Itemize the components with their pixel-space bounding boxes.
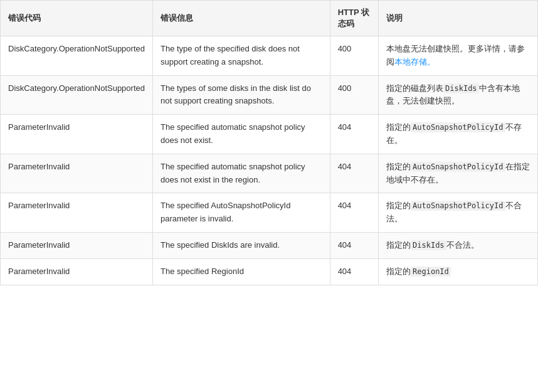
error-code-cell: DiskCategory.OperationNotSupported — [1, 36, 153, 76]
description-link[interactable]: 本地存储。 — [394, 57, 435, 66]
error-code-cell: DiskCategory.OperationNotSupported — [1, 75, 153, 115]
http-status-cell: 404 — [330, 258, 378, 285]
header-description: 说明 — [379, 1, 538, 36]
error-message-cell: The specified RegionId — [153, 258, 330, 285]
table-row: ParameterInvalidThe specified automatic … — [1, 154, 538, 193]
table-row: DiskCategory.OperationNotSupportedThe ty… — [1, 36, 538, 76]
description-cell: 指定的RegionId — [379, 258, 538, 285]
error-message-cell: The specified automatic snapshot policy … — [153, 154, 330, 193]
code-inline: DiskIds — [411, 240, 446, 250]
table-row: ParameterInvalidThe specified RegionId40… — [1, 258, 538, 285]
description-cell: 本地盘无法创建快照。更多详情，请参阅本地存储。 — [379, 36, 538, 76]
code-inline: AutoSnapshotPolicyId — [411, 162, 505, 172]
code-inline: AutoSnapshotPolicyId — [411, 122, 505, 132]
error-message-cell: The specified AutoSnapshotPolicyId param… — [153, 193, 330, 233]
http-status-cell: 400 — [330, 75, 378, 115]
http-status-cell: 404 — [330, 193, 378, 233]
error-message-cell: The specified automatic snapshot policy … — [153, 115, 330, 154]
error-table: 错误代码 错误信息 HTTP 状态码 说明 DiskCategory.Opera… — [0, 0, 538, 285]
http-status-cell: 400 — [330, 36, 378, 76]
header-error-code: 错误代码 — [1, 1, 153, 36]
table-row: ParameterInvalidThe specified automatic … — [1, 115, 538, 154]
table-row: DiskCategory.OperationNotSupportedThe ty… — [1, 75, 538, 115]
error-message-cell: The types of some disks in the disk list… — [153, 75, 330, 115]
error-code-cell: ParameterInvalid — [1, 193, 153, 233]
table-row: ParameterInvalidThe specified DiskIds ar… — [1, 232, 538, 258]
code-inline: AutoSnapshotPolicyId — [411, 201, 505, 211]
error-code-cell: ParameterInvalid — [1, 258, 153, 285]
error-code-cell: ParameterInvalid — [1, 115, 153, 154]
http-status-cell: 404 — [330, 115, 378, 154]
description-cell: 指定的AutoSnapshotPolicyId不合法。 — [379, 193, 538, 233]
description-cell: 指定的磁盘列表DiskIds中含有本地盘，无法创建快照。 — [379, 75, 538, 115]
http-status-cell: 404 — [330, 232, 378, 258]
header-error-message: 错误信息 — [153, 1, 330, 36]
description-cell: 指定的DiskIds不合法。 — [379, 232, 538, 258]
error-code-cell: ParameterInvalid — [1, 154, 153, 193]
code-inline: RegionId — [411, 267, 451, 277]
error-message-cell: The specified DiskIds are invalid. — [153, 232, 330, 258]
description-cell: 指定的AutoSnapshotPolicyId不存在。 — [379, 115, 538, 154]
code-inline: DiskIds — [443, 83, 479, 93]
description-cell: 指定的AutoSnapshotPolicyId在指定地域中不存在。 — [379, 154, 538, 193]
http-status-cell: 404 — [330, 154, 378, 193]
header-http-status: HTTP 状态码 — [330, 1, 378, 36]
table-row: ParameterInvalidThe specified AutoSnapsh… — [1, 193, 538, 233]
error-message-cell: The type of the specified disk does not … — [153, 36, 330, 76]
error-code-cell: ParameterInvalid — [1, 232, 153, 258]
